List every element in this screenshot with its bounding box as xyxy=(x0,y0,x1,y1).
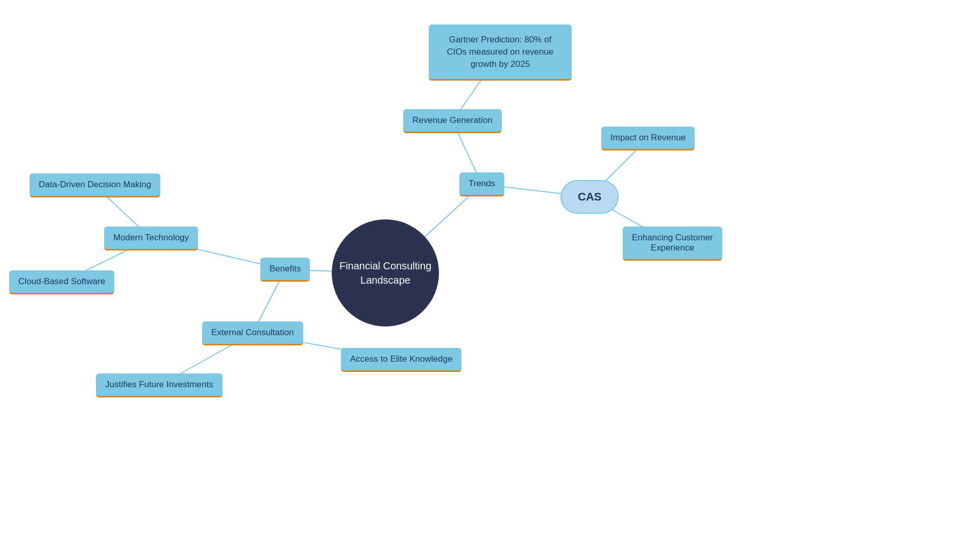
benefits-node: Benefits xyxy=(260,258,310,282)
revenue-generation-label: Revenue Generation xyxy=(412,115,493,125)
data-driven-node: Data-Driven Decision Making xyxy=(30,173,160,197)
benefits-label: Benefits xyxy=(270,264,301,273)
trends-label: Trends xyxy=(469,179,495,188)
external-consultation-node: External Consultation xyxy=(202,321,303,345)
center-label: Financial Consulting Landscape xyxy=(339,259,431,287)
gartner-label: Gartner Prediction: 80% of CIOs measured… xyxy=(447,35,554,69)
enhancing-customer-node: Enhancing Customer Experience xyxy=(623,227,722,261)
modern-technology-label: Modern Technology xyxy=(113,233,189,242)
data-driven-label: Data-Driven Decision Making xyxy=(39,180,151,189)
center-node: Financial Consulting Landscape xyxy=(332,219,439,327)
modern-technology-node: Modern Technology xyxy=(104,227,198,251)
enhancing-customer-label: Enhancing Customer Experience xyxy=(632,233,713,253)
trends-node: Trends xyxy=(459,172,504,196)
external-consultation-label: External Consultation xyxy=(211,328,294,337)
cloud-based-label: Cloud-Based Software xyxy=(18,277,105,286)
impact-on-revenue-node: Impact on Revenue xyxy=(601,127,695,151)
revenue-generation-node: Revenue Generation xyxy=(403,109,502,133)
gartner-node: Gartner Prediction: 80% of CIOs measured… xyxy=(429,24,572,81)
cas-label: CAS xyxy=(578,190,601,203)
access-elite-node: Access to Elite Knowledge xyxy=(341,348,461,372)
impact-revenue-label: Impact on Revenue xyxy=(610,133,685,142)
cloud-based-node: Cloud-Based Software xyxy=(9,270,114,294)
cas-node: CAS xyxy=(560,180,619,214)
justifies-future-label: Justifies Future Investments xyxy=(105,380,213,389)
justifies-future-node: Justifies Future Investments xyxy=(96,373,223,397)
access-elite-label: Access to Elite Knowledge xyxy=(350,354,452,364)
